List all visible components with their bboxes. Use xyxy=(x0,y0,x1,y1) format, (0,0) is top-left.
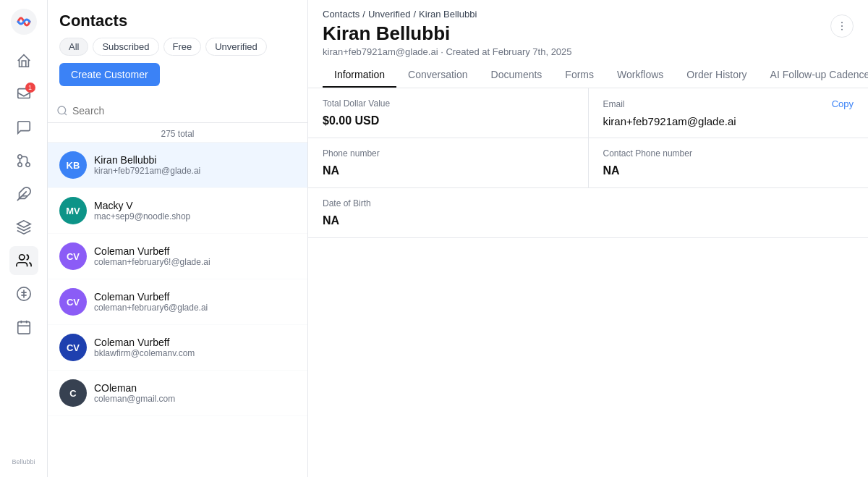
cell-dob: Date of Birth NA xyxy=(308,188,868,237)
tab-information[interactable]: Information xyxy=(323,63,396,88)
contact-name: Coleman Vurbeff xyxy=(94,245,296,257)
app-logo xyxy=(11,9,37,35)
avatar: MV xyxy=(59,197,87,224)
info-grid: Total Dollar Value $0.00 USD Email Copy … xyxy=(308,88,868,477)
label-email: Email Copy xyxy=(603,98,854,109)
git-icon[interactable] xyxy=(9,146,38,175)
calendar-icon[interactable] xyxy=(9,313,38,342)
svg-point-13 xyxy=(58,106,66,114)
svg-line-14 xyxy=(64,113,67,115)
info-row-2: Phone number NA Contact Phone number NA xyxy=(308,138,868,188)
main-content: Contacts / Unverified / Kiran Bellubbi K… xyxy=(308,0,868,477)
home-icon[interactable] xyxy=(9,46,38,75)
tab-order-history[interactable]: Order History xyxy=(675,63,758,88)
contact-list-item[interactable]: KB Kiran Bellubbi kiran+feb7921am@glade.… xyxy=(48,143,307,188)
cell-phone: Phone number NA xyxy=(308,138,589,187)
left-panel: Contacts All Subscribed Free Unverified … xyxy=(48,0,308,477)
cell-dollar-value: Total Dollar Value $0.00 USD xyxy=(308,88,589,138)
contact-name: Macky V xyxy=(94,200,296,211)
left-header: Contacts All Subscribed Free Unverified … xyxy=(48,0,307,99)
svg-point-7 xyxy=(19,255,24,260)
svg-point-3 xyxy=(17,155,22,159)
contact-list: KB Kiran Bellubbi kiran+feb7921am@glade.… xyxy=(48,143,307,477)
avatar: CV xyxy=(59,334,87,361)
filter-unverified[interactable]: Unverified xyxy=(205,38,267,56)
brand-label: Bellubbi xyxy=(9,455,38,468)
svg-point-15 xyxy=(841,22,843,23)
contact-email: kiran+feb7921am@glade.ai xyxy=(94,166,296,176)
value-contact-phone: NA xyxy=(603,164,854,177)
contact-list-item[interactable]: CV Coleman Vurbeff bklawfirm@colemanv.co… xyxy=(48,325,307,371)
contact-list-item[interactable]: CV Coleman Vurbeff coleman+february6@gla… xyxy=(48,279,307,325)
tab-documents[interactable]: Documents xyxy=(480,63,554,88)
avatar: CV xyxy=(59,288,87,316)
contact-meta: kiran+feb7921am@glade.ai · Created at Fe… xyxy=(323,46,854,57)
sidebar: 1 Bellubbi xyxy=(0,0,48,477)
contact-name: Coleman Vurbeff xyxy=(94,337,296,348)
inbox-icon[interactable]: 1 xyxy=(9,80,38,109)
contact-email: coleman+february6@glade.ai xyxy=(94,303,296,313)
svg-rect-9 xyxy=(17,322,30,334)
cell-email: Email Copy kiran+feb7921am@glade.ai xyxy=(589,88,869,138)
tab-forms[interactable]: Forms xyxy=(553,63,605,88)
contacts-title: Contacts xyxy=(59,12,296,30)
revenue-icon[interactable] xyxy=(9,279,38,308)
svg-point-16 xyxy=(841,25,843,27)
puzzle-icon[interactable] xyxy=(9,180,38,208)
contact-list-item[interactable]: C COleman coleman@gmail.com xyxy=(48,371,307,416)
copy-email-button[interactable]: Copy xyxy=(832,98,854,109)
top-bar-container: Contacts / Unverified / Kiran Bellubbi K… xyxy=(308,0,868,88)
label-phone: Phone number xyxy=(323,148,574,159)
contact-list-item[interactable]: MV Macky V mac+sep9@noodle.shop xyxy=(48,188,307,234)
contact-email: bklawfirm@colemanv.com xyxy=(94,348,296,358)
contact-info: Coleman Vurbeff coleman+february6!@glade… xyxy=(94,245,296,267)
contact-email: mac+sep9@noodle.shop xyxy=(94,211,296,221)
contact-email: coleman+february6!@glade.ai xyxy=(94,257,296,267)
label-dollar-value: Total Dollar Value xyxy=(323,98,574,109)
contact-name: Coleman Vurbeff xyxy=(94,291,296,303)
contacts-icon[interactable] xyxy=(9,246,38,275)
svg-point-4 xyxy=(17,163,22,167)
contact-heading: Kiran Bellubbi xyxy=(323,22,854,45)
contact-info: Kiran Bellubbi kiran+feb7921am@glade.ai xyxy=(94,154,296,176)
label-dob: Date of Birth xyxy=(323,198,854,208)
search-icon xyxy=(56,105,68,117)
create-customer-button[interactable]: Create Customer xyxy=(59,63,160,86)
filter-all[interactable]: All xyxy=(59,38,88,56)
contact-info: Coleman Vurbeff coleman+february6@glade.… xyxy=(94,291,296,313)
box-icon[interactable] xyxy=(9,213,38,242)
filter-tabs: All Subscribed Free Unverified xyxy=(59,38,296,56)
top-bar: Contacts / Unverified / Kiran Bellubbi K… xyxy=(308,0,868,88)
value-email: kiran+feb7921am@glade.ai xyxy=(603,115,854,127)
value-phone: NA xyxy=(323,164,574,177)
filter-free[interactable]: Free xyxy=(163,38,202,56)
value-dollar-value: $0.00 USD xyxy=(323,114,574,127)
avatar: KB xyxy=(59,151,87,179)
info-row-3: Date of Birth NA xyxy=(308,188,868,238)
tab-workflows[interactable]: Workflows xyxy=(605,63,675,88)
avatar: CV xyxy=(59,242,87,270)
search-box xyxy=(48,99,307,123)
contact-info: COleman coleman@gmail.com xyxy=(94,382,296,404)
avatar: C xyxy=(59,379,87,407)
chat-icon[interactable] xyxy=(9,113,38,142)
breadcrumb: Contacts / Unverified / Kiran Bellubbi xyxy=(323,9,854,20)
cell-contact-phone: Contact Phone number NA xyxy=(589,138,869,187)
contact-info: Coleman Vurbeff bklawfirm@colemanv.com xyxy=(94,337,296,358)
inbox-badge: 1 xyxy=(25,83,35,93)
contact-name: Kiran Bellubbi xyxy=(94,154,296,166)
contact-list-item[interactable]: CV Coleman Vurbeff coleman+february6!@gl… xyxy=(48,234,307,279)
filter-subscribed[interactable]: Subscribed xyxy=(93,38,158,56)
contact-email: coleman@gmail.com xyxy=(94,394,296,404)
total-count: 275 total xyxy=(48,123,307,143)
label-contact-phone: Contact Phone number xyxy=(603,148,854,159)
more-options-button[interactable] xyxy=(830,14,854,38)
tabs-row: Information Conversation Documents Forms… xyxy=(323,63,854,88)
contact-info: Macky V mac+sep9@noodle.shop xyxy=(94,200,296,221)
search-input[interactable] xyxy=(72,105,299,117)
value-dob: NA xyxy=(323,214,854,227)
tab-ai-followup[interactable]: AI Follow-up Cadence xyxy=(759,63,868,88)
info-row-1: Total Dollar Value $0.00 USD Email Copy … xyxy=(308,88,868,138)
contact-name: COleman xyxy=(94,382,296,394)
tab-conversation[interactable]: Conversation xyxy=(396,63,480,88)
